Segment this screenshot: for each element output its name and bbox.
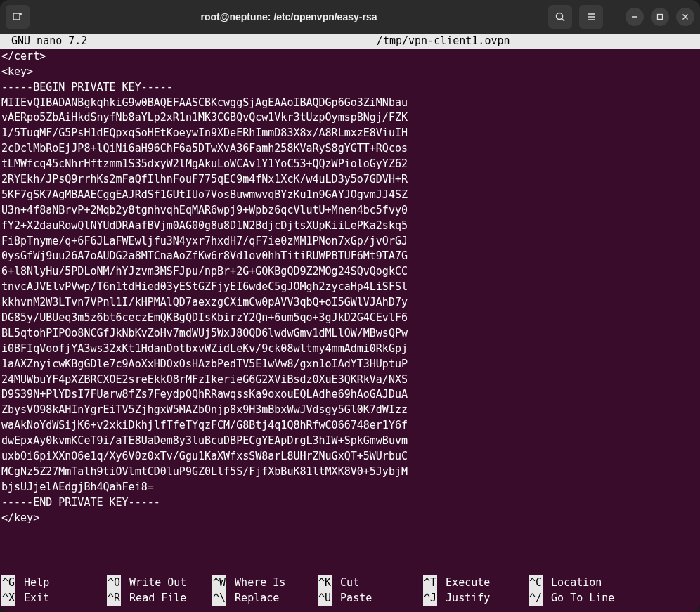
maximize-button[interactable] bbox=[651, 8, 669, 26]
editor-line: U3n+4f8aNBrvP+2Mqb2y8tgnhvqhEqMAR6wpj9+W… bbox=[1, 203, 699, 219]
minimize-button[interactable] bbox=[626, 8, 644, 26]
editor-line: -----END PRIVATE KEY----- bbox=[1, 495, 699, 511]
editor-line: 5KF7gSK7AgMBAAECggEAJRdSf1GUtIUo7VosBuwm… bbox=[1, 188, 699, 203]
shortcut-label: Execute bbox=[439, 575, 490, 591]
new-tab-icon bbox=[12, 11, 23, 22]
nano-app-title: GNU nano 7.2 bbox=[1, 34, 87, 49]
close-button[interactable] bbox=[676, 8, 694, 26]
shortcut-key: ^/ bbox=[529, 591, 543, 606]
editor-line: BL5qtohPIPOo8NCGfJkNbKvZoHv7mdWUj5WxJ8OQ… bbox=[1, 326, 699, 341]
menu-button[interactable] bbox=[579, 5, 603, 29]
search-button[interactable] bbox=[548, 5, 572, 29]
shortcut-key: ^R bbox=[107, 591, 121, 606]
editor-line: ZbysVO98kAHInYgrEiTV5ZjhgxW5MAZbOnjp8x9H… bbox=[1, 403, 699, 418]
shortcut-item: ^O Write Out bbox=[107, 575, 212, 591]
shortcut-label: Justify bbox=[439, 591, 490, 606]
editor-line: vAERpo5ZbAiHkdSnyfNb8aYLp2xR1n1MK3CGBQvQ… bbox=[1, 110, 699, 126]
editor-line: bjsUJjelAEdgjBh4QahFei8= bbox=[1, 480, 699, 495]
shortcut-key: ^K bbox=[318, 575, 332, 591]
shortcut-label: Cut bbox=[334, 575, 359, 591]
shortcut-label: Replace bbox=[228, 591, 279, 606]
editor-line: 24MUWbuYF4pXZBRCXOE2sreEkkO8rMFzIkerieG6… bbox=[1, 372, 699, 388]
shortcut-item: ^/ Go To Line bbox=[529, 591, 634, 606]
shortcut-label: Help bbox=[18, 575, 49, 591]
shortcut-item: ^G Help bbox=[1, 575, 107, 591]
terminal-window: root@neptune: /etc/openvpn/easy-rsa bbox=[0, 0, 700, 612]
editor-line: fY2+X2dauRowQlNYUdDRAafBVjm0AG00g8u8D1N2… bbox=[1, 219, 699, 234]
editor-line: DG85y/UBUeq3m5z6bt6ceczEmQKBgQDIsKbirzY2… bbox=[1, 311, 699, 326]
svg-rect-0 bbox=[13, 13, 20, 20]
titlebar: root@neptune: /etc/openvpn/easy-rsa bbox=[0, 0, 700, 34]
editor-line: kkhvnM2W3LTvn7VPnl1I/kHPMAlQD7aexzgCXimC… bbox=[1, 295, 699, 311]
shortcut-label: Write Out bbox=[123, 575, 186, 591]
shortcut-label: Paste bbox=[334, 591, 372, 606]
shortcut-label: Location bbox=[545, 575, 602, 591]
svg-line-2 bbox=[562, 19, 565, 22]
shortcut-label: Where Is bbox=[228, 575, 285, 591]
shortcut-key: ^C bbox=[529, 575, 543, 591]
editor-line: waAkNoYdWSijK6+v2xkiDkhjlfTfeTYqzFCM/G8B… bbox=[1, 418, 699, 434]
editor-line: </key> bbox=[1, 511, 699, 526]
shortcut-key: ^U bbox=[318, 591, 332, 606]
editor-line: Fi8pTnyme/q+6F6JLaFWEwljfu3N4yxr7hxdH7/q… bbox=[1, 234, 699, 249]
editor-line: <key> bbox=[1, 65, 699, 80]
editor-line: 0ysGfWj9uu26A7oAUDG2a8MTCnaAoZfKw6r8Vd1o… bbox=[1, 249, 699, 264]
svg-rect-7 bbox=[658, 15, 663, 20]
editor-line: 2RYEkh/JPsQ9rrhKs2mFaQfIlhnFouF775qEC9m4… bbox=[1, 172, 699, 188]
shortcut-label: Read File bbox=[123, 591, 186, 606]
editor-line: MIIEvQIBADANBgkqhkiG9w0BAQEFAASCBKcwggSj… bbox=[1, 96, 699, 111]
shortcut-item: ^C Location bbox=[529, 575, 634, 591]
editor-line: -----BEGIN PRIVATE KEY----- bbox=[1, 80, 699, 96]
editor-line: 1aAXZnyicwKBgGDle7c9AoXxHDOxOsHAzbPedTV5… bbox=[1, 357, 699, 372]
window-title: root@neptune: /etc/openvpn/easy-rsa bbox=[35, 11, 543, 22]
minimize-icon bbox=[631, 13, 638, 20]
shortcut-label: Exit bbox=[18, 591, 49, 606]
shortcut-key: ^G bbox=[1, 575, 15, 591]
shortcut-label: Go To Line bbox=[545, 591, 614, 606]
editor-line: 1/5TuqMF/G5PsH1dEQpxqSoHEtKoeywIn9XDeERh… bbox=[1, 126, 699, 141]
editor-line: 6+l8NlyHu/5PDLoNM/hYJzvm3MSFJpu/npBr+2G+… bbox=[1, 264, 699, 280]
shortcut-key: ^X bbox=[1, 591, 15, 606]
new-tab-button[interactable] bbox=[6, 5, 30, 29]
editor-line: tLMWfcq45cNhrHftzmm1S35dxyW2lMgAkuLoWCAv… bbox=[1, 157, 699, 172]
shortcut-item: ^K Cut bbox=[318, 575, 423, 591]
close-icon bbox=[682, 13, 689, 20]
nano-header: GNU nano 7.2 /tmp/vpn-client1.ovpn bbox=[0, 34, 700, 49]
shortcut-item: ^X Exit bbox=[1, 591, 107, 606]
shortcut-item: ^U Paste bbox=[318, 591, 423, 606]
terminal-area[interactable]: GNU nano 7.2 /tmp/vpn-client1.ovpn </cer… bbox=[0, 34, 700, 612]
nano-file-path: /tmp/vpn-client1.ovpn bbox=[87, 34, 699, 49]
shortcut-item: ^W Where Is bbox=[212, 575, 318, 591]
maximize-icon bbox=[656, 13, 663, 20]
editor-line: uxbOi6piXXnO6e1q/Xy6V0z0xTv/Ggu1KaXWfxsS… bbox=[1, 449, 699, 464]
shortcut-key: ^T bbox=[423, 575, 437, 591]
shortcut-key: ^O bbox=[107, 575, 121, 591]
shortcut-item: ^J Justify bbox=[423, 591, 529, 606]
shortcut-key: ^W bbox=[212, 575, 226, 591]
editor-line: 2cDclMbRoEjJP8+lQiNi6aH96ChF6a5DTwXvA36F… bbox=[1, 141, 699, 157]
shortcut-key: ^J bbox=[423, 591, 437, 606]
editor-line: i0BFIqVoofjYA3ws32xKt1HdanDotbxvWZidLeKv… bbox=[1, 341, 699, 357]
shortcut-key: ^\ bbox=[212, 591, 226, 606]
hamburger-icon bbox=[585, 11, 597, 22]
svg-point-1 bbox=[557, 13, 563, 20]
nano-editor-body[interactable]: </cert><key>-----BEGIN PRIVATE KEY-----M… bbox=[0, 49, 700, 575]
shortcut-item: ^\ Replace bbox=[212, 591, 318, 606]
shortcut-item: ^T Execute bbox=[423, 575, 529, 591]
search-icon bbox=[555, 11, 566, 22]
editor-line: MCgNz5Z27MmTalh9tiOVlmtCD0luP9GZ0Llf5S/F… bbox=[1, 464, 699, 480]
shortcut-item: ^R Read File bbox=[107, 591, 212, 606]
nano-footer: ^G Help^O Write Out^W Where Is^K Cut^T E… bbox=[0, 575, 700, 612]
editor-line: tnvcAJVElvPVwp/T6n1tdHied03yEStGZFjyEI6w… bbox=[1, 280, 699, 295]
editor-line: </cert> bbox=[1, 49, 699, 65]
editor-line: D9S39N+PlYDsI7FUarw8fZs7FeydpQQhRRawqssK… bbox=[1, 387, 699, 403]
shortcut-row-1: ^G Help^O Write Out^W Where Is^K Cut^T E… bbox=[1, 575, 699, 591]
shortcut-row-2: ^X Exit^R Read File^\ Replace^U Paste^J … bbox=[1, 591, 699, 606]
editor-line: dwEpxAy0kvmKCeT9i/aTE8UaDem8y3luBcuDBPEC… bbox=[1, 434, 699, 449]
